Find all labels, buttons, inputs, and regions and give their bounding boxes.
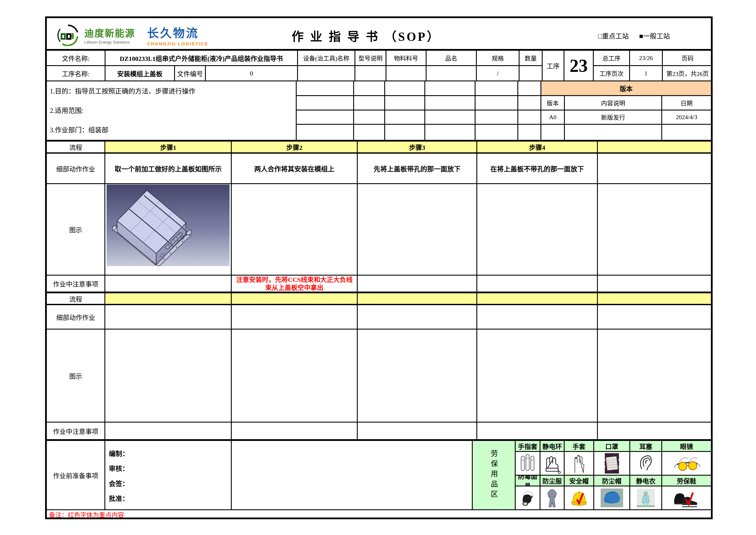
step-1-header: 步骤1 [105,142,232,153]
step-2-header: 步骤2 [232,142,358,153]
step-4-header: 步骤4 [477,142,598,153]
detail-row-2: 细部动作作业 [47,305,711,329]
flow-label-2: 流程 [47,293,105,304]
doc-name-value: DZ100233L1组串式户外储能柜(液冷)产品组装作业指导书 [105,51,298,65]
desc-col-header: 内容说明 [565,96,662,110]
material-no-header: 物料料号 [387,51,426,65]
ppe-safety-shoes-label: 劳保鞋 [662,476,711,486]
detail-step-2: 两人合作将其安装在模组上 [232,154,358,183]
purpose-section: 1.目的：指导员工按照正确的方法、步骤进行操作 2.适用范围: 3.作业部门：组… [47,81,711,142]
safety-helmet-icon [569,488,589,508]
ppe-dust-suit-label: 防尘服 [540,476,565,486]
image-label: 图示 [47,184,105,275]
sop-sheet: 迪度新能源 Lithium Energy Solutions 长久物流 CHAN… [45,16,713,519]
image-step-1-cell [105,184,232,275]
info-row-2: 工序名称: 安装模组上盖板 文件编号 0 / [47,66,542,80]
ppe-mask-label: 口罩 [594,441,630,451]
equipment-grid [297,81,540,140]
ppe-glasses-label: 眼镜 [662,441,711,451]
sig-prepared-by: 编制： [109,448,129,458]
desc-value: 新版发行 [565,110,662,124]
didu-logo-icon [57,24,79,46]
equip-name-header: 设备(治工具)名称 [298,51,355,65]
step-5-header-empty [598,142,711,153]
finger-cots-icon [519,453,537,474]
ear-plug-icon [636,453,656,474]
step-3-header: 步骤3 [358,142,477,153]
detail-step-3: 先将上盖板带孔的那一面放下 [358,154,477,183]
notes-row-2: 作业中注意事项 [47,423,711,441]
process-name-label: 工序名称: [47,66,105,80]
equip-name-value [298,66,355,80]
gas-mask-icon [519,488,536,508]
station-type-checkboxes: □重点工站 ■一般工站 [589,31,670,41]
version-row-empty [541,125,711,140]
detail-label-2: 细部动作作业 [47,305,105,329]
sig-reviewed-by: 审核： [109,463,129,473]
notes-step-2-cell: 注意安装时，先将CCS线束和大正大负线束从上盖板空中拿出 [232,276,358,292]
prep-label: 作业前准备事项 [47,441,105,509]
qty-value [520,66,542,80]
product-cad-image [107,184,230,266]
version-row-a0: A0 新版发行 2024/4/3 [541,110,711,125]
image-label-2: 图示 [47,329,105,422]
spec-value: / [477,66,520,80]
image-row-1: 图示 [47,184,711,276]
didu-logo-cn: 迪度新能源 [84,26,135,40]
ppe-dust-cap-label: 防尘帽 [594,476,630,486]
changjiu-logo-cn: 长久物流 [147,24,208,41]
changjiu-logo-text: 长久物流 CHANGJIU LOGISTICS [147,24,208,46]
sop-document-page: 迪度新能源 Lithium Energy Solutions 长久物流 CHAN… [0,0,756,535]
ppe-area-label: 劳保用品区 [488,450,499,500]
purpose-line-2: 2.适用范围: [50,105,84,115]
general-station-checkbox: ■一般工站 [639,32,670,40]
item-name-value [426,66,477,80]
flow-header-row-2: 流程 [47,293,711,305]
detail-row-1: 细部动作作业 取一个前加工做好的上盖板如图所示 两人合作将其安装在模组上 先将上… [47,154,711,184]
page-text: 第23页，共26页 [663,66,712,80]
detail-step-1: 取一个前加工做好的上盖板如图所示 [105,154,232,183]
purpose-line-3: 3.作业部门：组装部 [50,125,108,134]
safety-glasses-icon [670,453,703,474]
process-number: 23 [564,51,594,80]
ppe-wrist-strap-label: 静电环 [540,441,565,451]
esd-clothes-icon [635,488,656,508]
process-page-label: 工序页次 [594,66,630,80]
purpose-cell: 1.目的：指导员工按照正确的方法、步骤进行操作 2.适用范围: 3.作业部门：组… [47,81,297,140]
logo-group: 迪度新能源 Lithium Energy Solutions 长久物流 CHAN… [57,24,208,46]
didu-logo-text: 迪度新能源 Lithium Energy Solutions [84,26,135,45]
ppe-helmet-label: 安全帽 [565,476,594,486]
spec-header: 规格 [477,51,520,65]
ppe-ear-plug-label: 耳塞 [630,441,662,451]
item-name-header: 品名 [426,51,477,65]
version-col-header: 版本 [541,96,565,110]
version-value: A0 [541,110,565,124]
model-header: 型号说明 [355,51,387,65]
flow-label: 流程 [47,142,105,153]
ppe-gas-mask-label: 防毒面具 [516,476,540,486]
doc-name-label: 文件名称: [47,51,105,65]
header-row: 迪度新能源 Lithium Energy Solutions 长久物流 CHAN… [47,18,711,51]
safety-shoes-icon [670,488,703,508]
detail-label: 细部动作作业 [47,154,105,183]
date-value: 2024/4/3 [662,110,711,124]
key-station-checkbox: □重点工站 [598,32,629,40]
signature-cell: 编制： 审核： 会签： 批准： [105,441,231,509]
ppe-grid: 手指套 静电环 手套 口罩 耳塞 眼镜 [516,441,711,509]
gloves-icon [569,453,589,474]
version-block: 版本 版本 内容说明 日期 A0 新版发行 2024/4/3 [540,81,711,140]
ppe-esd-clothes-label: 静电衣 [630,476,662,486]
ppe-area-label-cell: 劳保用品区 [473,441,516,509]
version-header: 版本 [541,81,711,95]
changjiu-logo-en: CHANGJIU LOGISTICS [147,41,208,46]
remark-row: 备注：红色字体为重点内容 [47,510,711,519]
date-col-header: 日期 [662,96,711,110]
purpose-line-1: 1.目的：指导员工按照正确的方法、步骤进行操作 [50,86,195,96]
total-process-value: 23/26 [630,51,663,65]
process-name-value: 安装模组上盖板 [105,66,175,80]
sig-approved-by: 批准： [109,493,129,503]
qty-header: 数量 [520,51,542,65]
page-title: 作 业 指 导 书 （SOP） [280,27,452,44]
wrist-strap-icon [542,453,562,474]
remark-text: 备注：红色字体为重点内容 [49,510,124,519]
